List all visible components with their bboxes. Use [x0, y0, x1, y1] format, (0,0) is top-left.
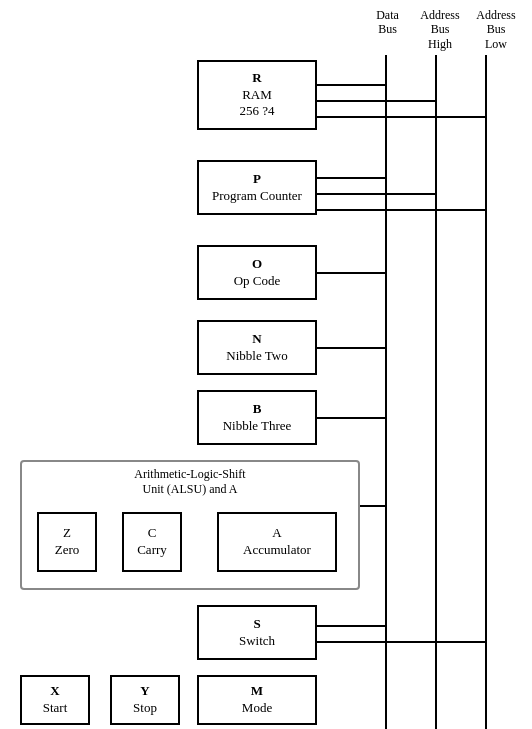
- start-register: X Start: [20, 675, 90, 725]
- start-name: Start: [43, 700, 68, 717]
- mode-letter: M: [251, 683, 263, 700]
- zero-register: Z Zero: [37, 512, 97, 572]
- switch-register: S Switch: [197, 605, 317, 660]
- accumulator-name: Accumulator: [243, 542, 311, 559]
- zero-name: Zero: [55, 542, 80, 559]
- ram-addr-high-line: [317, 100, 437, 102]
- alsu-container: Arithmetic-Logic-ShiftUnit (ALSU) and A …: [20, 460, 360, 590]
- addr-bus-high-label: AddressBusHigh: [415, 8, 465, 51]
- ram-register: R RAM256 ?4: [197, 60, 317, 130]
- opcode-register: O Op Code: [197, 245, 317, 300]
- pc-name: Program Counter: [212, 188, 302, 205]
- pc-letter: P: [253, 171, 261, 188]
- ram-letter: R: [252, 70, 261, 87]
- addr-high-bus-line: [435, 55, 437, 729]
- ram-addr-low-line: [317, 116, 487, 118]
- switch-addr-low-line: [317, 641, 487, 643]
- opcode-letter: O: [252, 256, 262, 273]
- accumulator-register: A Accumulator: [217, 512, 337, 572]
- pc-addr-low-line: [317, 209, 487, 211]
- mode-register: M Mode: [197, 675, 317, 725]
- start-letter: X: [50, 683, 59, 700]
- opcode-data-line: [317, 272, 387, 274]
- stop-register: Y Stop: [110, 675, 180, 725]
- carry-name: Carry: [137, 542, 167, 559]
- pc-addr-high-line: [317, 193, 437, 195]
- data-bus-label: DataBus: [365, 8, 410, 37]
- switch-letter: S: [253, 616, 260, 633]
- switch-name: Switch: [239, 633, 275, 650]
- pc-data-line: [317, 177, 387, 179]
- diagram: DataBus AddressBusHigh AddressBusLow R R…: [0, 0, 532, 729]
- nibble-three-register: B Nibble Three: [197, 390, 317, 445]
- nibble-three-letter: B: [253, 401, 262, 418]
- zero-letter: Z: [63, 525, 71, 542]
- accum-data-line: [360, 505, 387, 507]
- stop-name: Stop: [133, 700, 157, 717]
- ram-name: RAM256 ?4: [239, 87, 274, 121]
- mode-name: Mode: [242, 700, 272, 717]
- ram-data-line: [317, 84, 387, 86]
- nibble-three-name: Nibble Three: [223, 418, 292, 435]
- nibble-two-name: Nibble Two: [226, 348, 287, 365]
- switch-data-line: [317, 625, 387, 627]
- alsu-label: Arithmetic-Logic-ShiftUnit (ALSU) and A: [22, 467, 358, 497]
- addr-bus-low-label: AddressBusLow: [470, 8, 522, 51]
- carry-register: C Carry: [122, 512, 182, 572]
- opcode-name: Op Code: [234, 273, 281, 290]
- data-bus-line: [385, 55, 387, 729]
- addr-low-bus-line: [485, 55, 487, 729]
- nibble-three-data-line: [317, 417, 387, 419]
- pc-register: P Program Counter: [197, 160, 317, 215]
- nibble-two-data-line: [317, 347, 387, 349]
- stop-letter: Y: [140, 683, 149, 700]
- carry-letter: C: [148, 525, 157, 542]
- accumulator-letter: A: [272, 525, 281, 542]
- nibble-two-register: N Nibble Two: [197, 320, 317, 375]
- nibble-two-letter: N: [252, 331, 261, 348]
